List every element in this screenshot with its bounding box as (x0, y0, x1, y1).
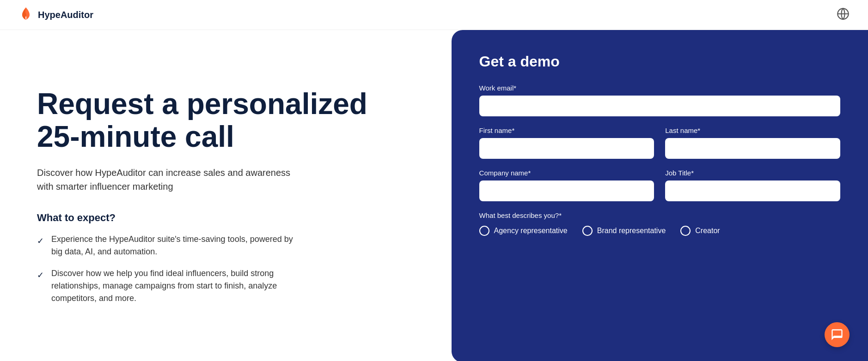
list-item: ✓ Discover how we help you find ideal in… (37, 267, 305, 305)
logo-area: HypeAuditor (18, 7, 93, 22)
name-row: First name* Last name* (479, 126, 840, 159)
radio-group-label: What best describes you?* (479, 211, 840, 219)
checklist: ✓ Experience the HypeAuditor suite's tim… (37, 233, 415, 305)
check-icon: ✓ (37, 235, 44, 247)
left-panel: Request a personalized 25-minute call Di… (0, 30, 452, 361)
radio-option-agency[interactable]: Agency representative (479, 226, 568, 236)
company-name-input[interactable] (479, 180, 654, 201)
form-title: Get a demo (479, 53, 840, 70)
page-heading: Request a personalized 25-minute call (37, 88, 415, 153)
main-content: Request a personalized 25-minute call Di… (0, 30, 868, 361)
radio-circle-agency[interactable] (479, 226, 489, 236)
job-title-label: Job Title* (665, 169, 840, 177)
radio-options: Agency representative Brand representati… (479, 226, 840, 236)
job-title-input[interactable] (665, 180, 840, 201)
flame-icon (18, 7, 33, 22)
last-name-group: Last name* (665, 126, 840, 159)
what-to-expect-heading: What to expect? (37, 212, 415, 224)
radio-circle-brand[interactable] (582, 226, 593, 236)
demo-form-panel: Get a demo Work email* First name* Last … (452, 30, 868, 361)
work-email-label: Work email* (479, 84, 840, 92)
list-item: ✓ Experience the HypeAuditor suite's tim… (37, 233, 305, 258)
work-email-group: Work email* (479, 84, 840, 116)
last-name-label: Last name* (665, 126, 840, 134)
header: HypeAuditor (0, 0, 868, 30)
company-name-group: Company name* (479, 169, 654, 201)
company-row: Company name* Job Title* (479, 169, 840, 201)
company-name-label: Company name* (479, 169, 654, 177)
first-name-input[interactable] (479, 138, 654, 159)
radio-label-brand: Brand representative (597, 227, 666, 235)
page-subheading: Discover how HypeAuditor can increase sa… (37, 166, 296, 193)
radio-group: What best describes you?* Agency represe… (479, 211, 840, 236)
work-email-input[interactable] (479, 96, 840, 116)
radio-circle-creator[interactable] (680, 226, 691, 236)
globe-icon[interactable] (837, 7, 850, 22)
radio-label-agency: Agency representative (494, 227, 568, 235)
chat-support-button[interactable] (825, 322, 850, 347)
list-item-text: Discover how we help you find ideal infl… (51, 267, 305, 305)
radio-label-creator: Creator (695, 227, 720, 235)
first-name-group: First name* (479, 126, 654, 159)
job-title-group: Job Title* (665, 169, 840, 201)
logo-text: HypeAuditor (38, 10, 93, 20)
last-name-input[interactable] (665, 138, 840, 159)
first-name-label: First name* (479, 126, 654, 134)
radio-option-brand[interactable]: Brand representative (582, 226, 666, 236)
radio-option-creator[interactable]: Creator (680, 226, 720, 236)
check-icon: ✓ (37, 269, 44, 282)
list-item-text: Experience the HypeAuditor suite's time-… (51, 233, 305, 258)
